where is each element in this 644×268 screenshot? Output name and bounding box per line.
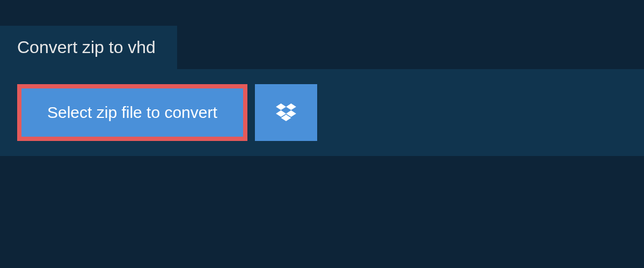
- dropbox-button[interactable]: [255, 84, 317, 141]
- page-title: Convert zip to vhd: [17, 38, 156, 57]
- dropbox-icon: [276, 103, 296, 122]
- header-tab: Convert zip to vhd: [0, 26, 177, 69]
- content-panel: Select zip file to convert: [0, 69, 644, 156]
- select-file-highlight: Select zip file to convert: [17, 84, 247, 141]
- button-row: Select zip file to convert: [17, 84, 627, 141]
- select-file-button[interactable]: Select zip file to convert: [21, 88, 243, 137]
